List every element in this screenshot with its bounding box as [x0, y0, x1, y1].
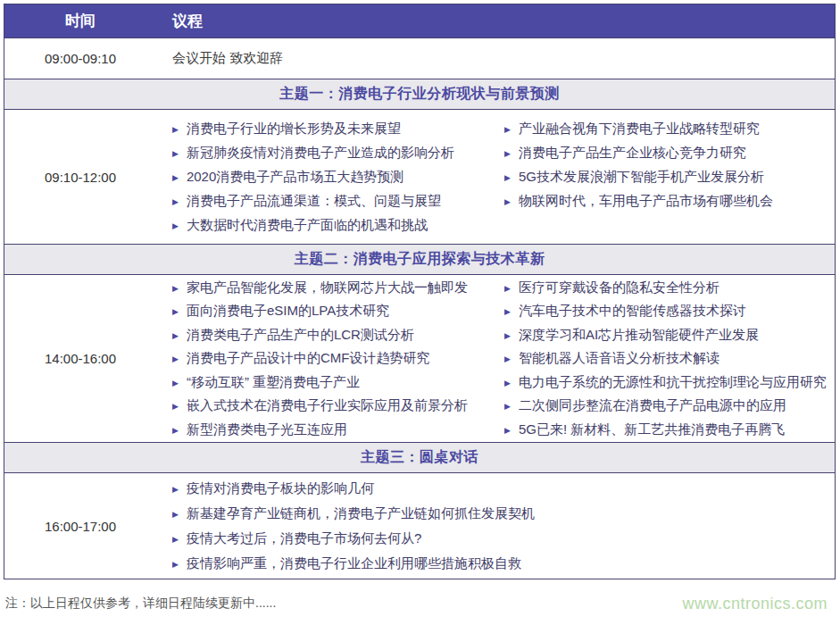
watermark-url: www.cntronics.com: [682, 595, 836, 613]
agenda-item-text: 嵌入式技术在消费电子行业实际应用及前景分析: [187, 397, 468, 414]
bullet-triangle-icon: ▶: [504, 403, 511, 411]
header-time-label: 时间: [4, 4, 156, 38]
bullet-triangle-icon: ▶: [172, 535, 179, 543]
agenda-item-text: 医疗可穿戴设备的隐私安全性分析: [519, 279, 719, 296]
agenda-item-text: 电力电子系统的无源性和抗干扰控制理论与应用研究: [519, 374, 827, 391]
agenda-item-text: 物联网时代，车用电子产品市场有哪些机会: [519, 193, 773, 210]
agenda-item-text: 新型消费类电子光互连应用: [187, 421, 347, 438]
bullet-triangle-icon: ▶: [172, 403, 179, 411]
agenda-item-text: 新基建孕育产业链商机，消费电子产业链如何抓住发展契机: [187, 505, 535, 522]
agenda-item: ▶2020消费电子产品市场五大趋势预测: [172, 165, 504, 189]
agenda-item-text: 消费电子产品设计中的CMF设计趋势研究: [187, 350, 430, 367]
agenda-item-text: 二次侧同步整流在消费电子产品电源中的应用: [519, 397, 786, 414]
agenda-item: ▶“移动互联” 重塑消费电子产业: [172, 371, 504, 395]
session-row-3: 16:00-17:00 ▶疫情对消费电子板块的影响几何▶新基建孕育产业链商机，消…: [4, 473, 835, 579]
agenda-item: ▶电力电子系统的无源性和抗干扰控制理论与应用研究: [504, 371, 835, 395]
page-footer: 注：以上日程仅供参考，详细日程陆续更新中...... www.cntronics…: [4, 586, 836, 621]
agenda-item: ▶深度学习和AI芯片推动智能硬件产业发展: [504, 323, 835, 347]
table-header-row: 时间 议程: [4, 4, 835, 38]
opening-time: 09:00-09:10: [4, 38, 156, 79]
session-time-1: 09:10-12:00: [4, 110, 156, 244]
bullet-triangle-icon: ▶: [504, 331, 511, 339]
agenda-item: ▶疫情大考过后，消费电子市场何去何从?: [172, 526, 504, 551]
agenda-item: ▶面向消费电子eSIM的LPA技术研究: [172, 299, 504, 323]
agenda-item-text: 5G已来! 新材料、新工艺共推消费电子再腾飞: [519, 421, 785, 438]
bullet-triangle-icon: ▶: [172, 197, 179, 205]
agenda-item-text: 消费类电子产品生产中的LCR测试分析: [187, 327, 414, 344]
bullet-triangle-icon: ▶: [172, 284, 179, 292]
agenda-item-text: 产业融合视角下消费电子业战略转型研究: [519, 121, 760, 138]
agenda-item: ▶消费电子产品设计中的CMF设计趋势研究: [172, 346, 504, 371]
agenda-list-1-left: ▶消费电子行业的增长形势及未来展望▶新冠肺炎疫情对消费电子产业造成的影响分析▶2…: [172, 117, 504, 238]
agenda-item: ▶家电产品智能化发展，物联网芯片大战一触即发: [172, 276, 504, 300]
agenda-item: ▶嵌入式技术在消费电子行业实际应用及前景分析: [172, 394, 504, 418]
agenda-item: ▶5G技术发展浪潮下智能手机产业发展分析: [504, 165, 835, 189]
session-row-1: 09:10-12:00 ▶消费电子行业的增长形势及未来展望▶新冠肺炎疫情对消费电…: [4, 110, 835, 244]
agenda-item: ▶智能机器人语音语义分析技术解读: [504, 346, 835, 371]
session-time-3: 16:00-17:00: [4, 473, 156, 579]
bullet-triangle-icon: ▶: [504, 197, 511, 205]
agenda-item: ▶消费电子产品生产企业核心竞争力研究: [504, 141, 835, 165]
bullet-triangle-icon: ▶: [172, 379, 179, 387]
session-row-2: 14:00-16:00 ▶家电产品智能化发展，物联网芯片大战一触即发▶面向消费电…: [4, 275, 835, 442]
section-band-1: 主题一：消费电子行业分析现状与前景预测: [4, 79, 835, 110]
bullet-triangle-icon: ▶: [172, 308, 179, 316]
agenda-item-text: 消费电子行业的增长形势及未来展望: [187, 121, 401, 138]
agenda-list-2-right: ▶医疗可穿戴设备的隐私安全性分析▶汽车电子技术中的智能传感器技术探讨▶深度学习和…: [504, 276, 835, 442]
section-title-3: 主题三：圆桌对话: [361, 448, 478, 467]
bullet-triangle-icon: ▶: [172, 426, 179, 434]
opening-row: 09:00-09:10 会议开始 致欢迎辞: [4, 38, 835, 79]
agenda-item: ▶二次侧同步整流在消费电子产品电源中的应用: [504, 394, 835, 418]
agenda-item-text: 5G技术发展浪潮下智能手机产业发展分析: [519, 169, 764, 186]
agenda-item-text: 深度学习和AI芯片推动智能硬件产业发展: [519, 327, 759, 344]
bullet-triangle-icon: ▶: [504, 308, 511, 316]
bullet-triangle-icon: ▶: [172, 485, 179, 493]
section-title-1: 主题一：消费电子行业分析现状与前景预测: [279, 85, 560, 104]
agenda-item: ▶产业融合视角下消费电子业战略转型研究: [504, 117, 835, 141]
agenda-item-text: 疫情影响严重，消费电子行业企业利用哪些措施积极自救: [187, 555, 521, 572]
agenda-item: ▶5G已来! 新材料、新工艺共推消费电子再腾飞: [504, 418, 835, 442]
agenda-item-text: 智能机器人语音语义分析技术解读: [519, 350, 719, 367]
bullet-triangle-icon: ▶: [504, 355, 511, 363]
agenda-item: ▶新冠肺炎疫情对消费电子产业造成的影响分析: [172, 141, 504, 165]
bullet-triangle-icon: ▶: [504, 149, 511, 157]
agenda-list-2-left: ▶家电产品智能化发展，物联网芯片大战一触即发▶面向消费电子eSIM的LPA技术研…: [172, 276, 504, 442]
agenda-item-text: 家电产品智能化发展，物联网芯片大战一触即发: [187, 279, 468, 296]
agenda-item-text: 疫情对消费电子板块的影响几何: [187, 480, 374, 497]
agenda-item-text: 汽车电子技术中的智能传感器技术探讨: [519, 303, 746, 320]
agenda-item: ▶疫情影响严重，消费电子行业企业利用哪些措施积极自救: [172, 551, 504, 576]
agenda-item-text: 消费电子产品生产企业核心竞争力研究: [519, 145, 746, 162]
bullet-triangle-icon: ▶: [172, 560, 179, 568]
agenda-item: ▶大数据时代消费电子产面临的机遇和挑战: [172, 213, 504, 238]
agenda-item: ▶消费类电子产品生产中的LCR测试分析: [172, 323, 504, 347]
agenda-item-text: 大数据时代消费电子产面临的机遇和挑战: [187, 217, 428, 234]
agenda-list-3-left: ▶疫情对消费电子板块的影响几何▶新基建孕育产业链商机，消费电子产业链如何抓住发展…: [172, 476, 504, 576]
agenda-item: ▶汽车电子技术中的智能传感器技术探讨: [504, 299, 835, 323]
bullet-triangle-icon: ▶: [172, 510, 179, 518]
agenda-page: 时间 议程 09:00-09:10 会议开始 致欢迎辞 主题一：消费电子行业分析…: [0, 0, 840, 625]
agenda-item: ▶医疗可穿戴设备的隐私安全性分析: [504, 276, 835, 300]
bullet-triangle-icon: ▶: [172, 149, 179, 157]
agenda-item: ▶疫情对消费电子板块的影响几何: [172, 476, 504, 501]
bullet-triangle-icon: ▶: [172, 173, 179, 181]
opening-text: 会议开始 致欢迎辞: [156, 38, 835, 79]
agenda-item-text: 消费电子产品流通渠道：模式、问题与展望: [187, 193, 441, 210]
bullet-triangle-icon: ▶: [172, 125, 179, 133]
session-time-2: 14:00-16:00: [4, 275, 156, 442]
section-band-3: 主题三：圆桌对话: [4, 442, 835, 473]
agenda-item: ▶新型消费类电子光互连应用: [172, 418, 504, 442]
bullet-triangle-icon: ▶: [504, 284, 511, 292]
bullet-triangle-icon: ▶: [504, 426, 511, 434]
bullet-triangle-icon: ▶: [504, 173, 511, 181]
agenda-item-text: 疫情大考过后，消费电子市场何去何从?: [187, 530, 421, 547]
agenda-item-text: 2020消费电子产品市场五大趋势预测: [187, 169, 403, 186]
agenda-item: ▶新基建孕育产业链商机，消费电子产业链如何抓住发展契机: [172, 501, 504, 526]
footer-note: 注：以上日程仅供参考，详细日程陆续更新中......: [4, 596, 276, 612]
section-title-2: 主题二：消费电子应用探索与技术革新: [295, 250, 545, 269]
header-agenda-label: 议程: [156, 4, 835, 38]
agenda-item-text: 面向消费电子eSIM的LPA技术研究: [187, 303, 389, 320]
agenda-table: 时间 议程 09:00-09:10 会议开始 致欢迎辞 主题一：消费电子行业分析…: [4, 4, 836, 579]
agenda-item-text: 新冠肺炎疫情对消费电子产业造成的影响分析: [187, 145, 454, 162]
agenda-item: ▶消费电子产品流通渠道：模式、问题与展望: [172, 189, 504, 213]
section-band-2: 主题二：消费电子应用探索与技术革新: [4, 244, 835, 275]
